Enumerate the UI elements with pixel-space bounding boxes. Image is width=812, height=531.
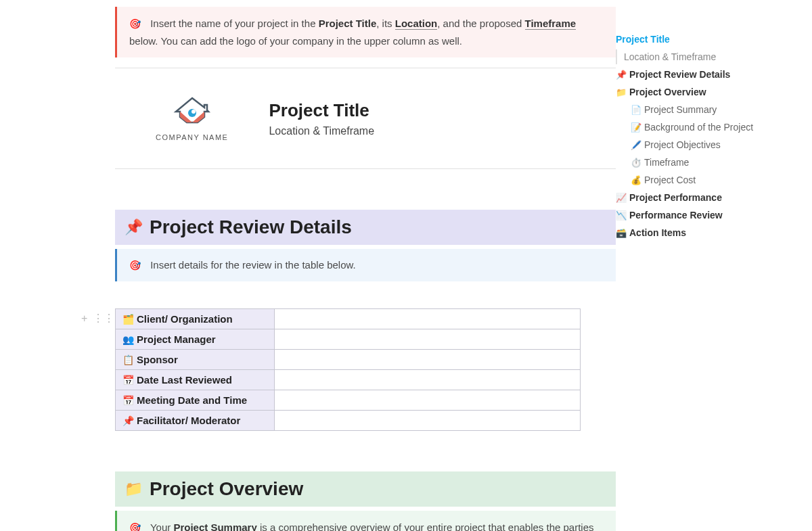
toc-item[interactable]: 📄Project Summary [616,101,805,118]
content-area: 🎯 Insert the name of your project in the… [115,7,616,531]
callout-bold-1: Project Title [319,18,377,29]
table-of-contents: Project TitleLocation & Timeframe📌Projec… [616,0,812,531]
row-icon: 📅 [122,375,134,386]
toc-item[interactable]: ⏱️Timeframe [616,154,805,171]
toc-label: Project Review Details [629,69,730,80]
row-value-cell[interactable] [275,370,581,390]
toc-label: Action Items [629,227,686,238]
callout-text-3: , and the proposed [437,18,524,29]
pushpin-icon: 📌 [125,218,143,236]
company-name: COMPANY NAME [156,133,228,141]
svg-point-1 [191,110,196,114]
callout-bold-3: Timeframe [525,18,577,30]
logo-column: COMPANY NAME [156,95,228,141]
toc-item[interactable]: 📁Project Overview [616,83,805,101]
toc-icon: ⏱️ [631,158,641,168]
table-wrapper: + ⋮⋮ 🗂️Client/ Organization👥Project Mana… [115,308,616,431]
toc-item[interactable]: 📈Project Performance [616,189,805,206]
row-icon: 📌 [122,415,134,426]
toc-icon: 📄 [631,105,641,115]
toc-icon: 💰 [631,175,641,185]
toc-icon: 📝 [631,122,641,133]
row-label-cell: 📅Meeting Date and Time [116,390,275,411]
section-header-overview: 📁 Project Overview [115,471,616,507]
row-label: Meeting Date and Time [137,394,247,406]
title-text-block: Project Title Location & Timeframe [269,100,374,137]
callout-text-1: Insert the name of your project in the [150,18,318,29]
row-value-cell[interactable] [275,350,581,370]
plus-icon[interactable]: + [81,313,87,325]
toc-item[interactable]: 🖊️Project Objectives [616,136,805,154]
table-row-controls[interactable]: + ⋮⋮ [81,312,114,325]
overview-heading: Project Overview [150,478,303,500]
project-title[interactable]: Project Title [269,100,374,121]
row-value-cell[interactable] [275,390,581,411]
section-header-review: 📌 Project Review Details [115,210,616,245]
toc-label: Project Summary [644,104,717,115]
row-label: Client/ Organization [137,313,233,325]
toc-label: Performance Review [629,210,723,221]
table-row[interactable]: 👥Project Manager [116,329,581,350]
toc-icon: 🗃️ [616,228,627,238]
row-label-cell: 📋Sponsor [116,350,275,370]
callout-text-2: , its [376,18,395,29]
toc-label: Project Title [616,34,670,45]
toc-item[interactable]: 🗃️Action Items [616,224,805,241]
row-label-cell: 👥Project Manager [116,329,275,350]
row-icon: 📋 [122,354,134,365]
toc-label: Location & Timeframe [624,51,716,62]
callout-overview-prefix: Your [150,522,173,531]
toc-label: Timeframe [644,157,689,168]
row-label-cell: 🗂️Client/ Organization [116,309,275,329]
row-icon: 🗂️ [122,314,134,325]
table-row[interactable]: 🗂️Client/ Organization [116,309,581,329]
table-row[interactable]: 📌Facilitator/ Moderator [116,411,581,431]
divider [115,168,616,169]
table-row[interactable]: 📋Sponsor [116,350,581,370]
callout-bold-2: Location [395,18,438,30]
callout-review: 🎯 Insert details for the review in the t… [115,249,616,281]
review-details-table[interactable]: 🗂️Client/ Organization👥Project Manager📋S… [115,308,581,431]
main-document: 🎯 Insert the name of your project in the… [0,0,616,531]
folder-icon: 📁 [125,480,143,498]
toc-item[interactable]: 📝Background of the Project [616,118,805,136]
callout-overview: 🎯 Your Project Summary is a comprehensiv… [115,511,616,531]
row-label: Facilitator/ Moderator [137,415,240,426]
title-block: COMPANY NAME Project Title Location & Ti… [115,68,616,168]
row-value-cell[interactable] [275,329,581,350]
toc-item[interactable]: 📉Performance Review [616,206,805,224]
company-logo-icon [171,95,214,128]
target-icon: 🎯 [129,16,141,32]
toc-label: Project Overview [629,87,706,97]
toc-icon: 📈 [616,193,627,203]
row-value-cell[interactable] [275,411,581,431]
callout-review-text: Insert details for the review in the tab… [150,259,356,271]
row-label: Project Manager [137,333,216,345]
callout-overview-bold: Project Summary [173,522,256,531]
row-value-cell[interactable] [275,309,581,329]
toc-icon: 📁 [616,87,627,97]
toc-icon: 📉 [616,210,627,221]
toc-item[interactable]: 📌Project Review Details [616,66,805,83]
row-label-cell: 📅Date Last Reviewed [116,370,275,390]
drag-handle-icon[interactable]: ⋮⋮ [93,312,114,325]
callout-text-4: below. You can add the logo of your comp… [129,35,462,47]
toc-icon: 📌 [616,70,627,80]
table-row[interactable]: 📅Date Last Reviewed [116,370,581,390]
row-icon: 👥 [122,334,134,345]
toc-item[interactable]: Location & Timeframe [616,49,805,64]
row-label: Sponsor [137,354,178,365]
toc-item[interactable]: Project Title [616,30,805,48]
table-row[interactable]: 📅Meeting Date and Time [116,390,581,411]
toc-icon: 🖊️ [631,140,641,150]
callout-instructions: 🎯 Insert the name of your project in the… [115,7,616,57]
toc-label: Project Cost [644,175,696,185]
row-icon: 📅 [122,395,134,406]
toc-label: Project Performance [629,192,722,203]
toc-item[interactable]: 💰Project Cost [616,171,805,189]
toc-label: Project Objectives [644,139,721,150]
row-label-cell: 📌Facilitator/ Moderator [116,411,275,431]
target-icon: 🎯 [129,520,141,531]
project-subtitle[interactable]: Location & Timeframe [269,125,374,137]
review-heading: Project Review Details [150,216,352,238]
